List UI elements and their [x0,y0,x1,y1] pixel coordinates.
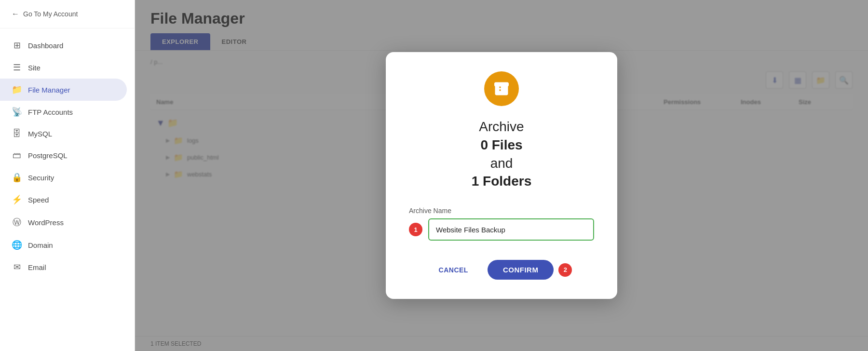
main-content: File Manager EXPLORER EDITOR / p... ⬇ ▦ … [135,0,868,351]
sidebar-item-label: Speed [28,196,49,204]
sidebar-item-label: Domain [28,241,53,249]
sidebar-item-file-manager[interactable]: 📁 File Manager [0,79,127,101]
sidebar: ← Go To My Account ⊞ Dashboard ☰ Site 📁 … [0,0,135,351]
domain-icon: 🌐 [12,240,22,250]
file-manager-icon: 📁 [12,84,22,95]
step2-badge: 2 [558,263,572,277]
archive-icon [493,80,510,97]
postgresql-icon: 🗃 [12,150,22,161]
sidebar-item-security[interactable]: 🔒 Security [0,166,135,189]
sidebar-item-email[interactable]: ✉ Email [0,256,135,278]
sidebar-item-mysql[interactable]: 🗄 MySQL [0,123,135,145]
sidebar-item-ftp-accounts[interactable]: 📡 FTP Accounts [0,101,135,123]
site-icon: ☰ [12,62,22,73]
sidebar-item-wordpress[interactable]: Ⓦ WordPress [0,211,135,234]
security-icon: 🔒 [12,172,22,183]
cancel-button[interactable]: CANCEL [431,261,476,279]
mysql-icon: 🗄 [12,129,22,139]
sidebar-item-domain[interactable]: 🌐 Domain [0,234,135,256]
title-line1: Archive [479,119,524,134]
back-arrow-icon: ← [12,10,19,18]
archive-name-row: 1 [409,218,594,241]
sidebar-item-postgresql[interactable]: 🗃 PostgreSQL [0,145,135,166]
sidebar-item-label: FTP Accounts [28,108,73,116]
sidebar-item-label: File Manager [28,86,70,94]
ftp-icon: 📡 [12,107,22,117]
modal-overlay: Archive 0 Files and 1 Folders Archive Na… [135,0,868,351]
title-and: and [490,156,513,171]
speed-icon: ⚡ [12,194,22,205]
email-icon: ✉ [12,262,22,272]
archive-modal: Archive 0 Files and 1 Folders Archive Na… [386,52,617,299]
modal-title: Archive 0 Files and 1 Folders [472,118,531,190]
sidebar-item-label: PostgreSQL [28,151,68,160]
modal-icon-circle [484,71,519,106]
confirm-button[interactable]: CONFIRM [488,260,554,280]
sidebar-item-site[interactable]: ☰ Site [0,56,135,79]
sidebar-item-label: WordPress [28,218,64,227]
sidebar-item-label: Security [28,174,54,182]
archive-name-label: Archive Name [409,207,594,215]
sidebar-item-label: Site [28,64,41,72]
sidebar-item-label: Dashboard [28,41,63,50]
step1-badge: 1 [409,223,422,236]
sidebar-item-label: MySQL [28,130,52,138]
sidebar-item-speed[interactable]: ⚡ Speed [0,189,135,211]
modal-footer: CANCEL CONFIRM 2 [409,260,594,280]
archive-name-input[interactable] [428,218,594,241]
back-label: Go To My Account [23,10,78,18]
title-bold2: 1 Folders [472,172,531,190]
dashboard-icon: ⊞ [12,40,22,51]
back-link[interactable]: ← Go To My Account [0,0,135,28]
sidebar-item-dashboard[interactable]: ⊞ Dashboard [0,34,135,56]
sidebar-nav: ⊞ Dashboard ☰ Site 📁 File Manager 📡 FTP … [0,28,135,284]
sidebar-item-label: Email [28,263,46,271]
confirm-group: CONFIRM 2 [488,260,572,280]
title-bold1: 0 Files [472,136,531,154]
wordpress-icon: Ⓦ [12,216,22,228]
